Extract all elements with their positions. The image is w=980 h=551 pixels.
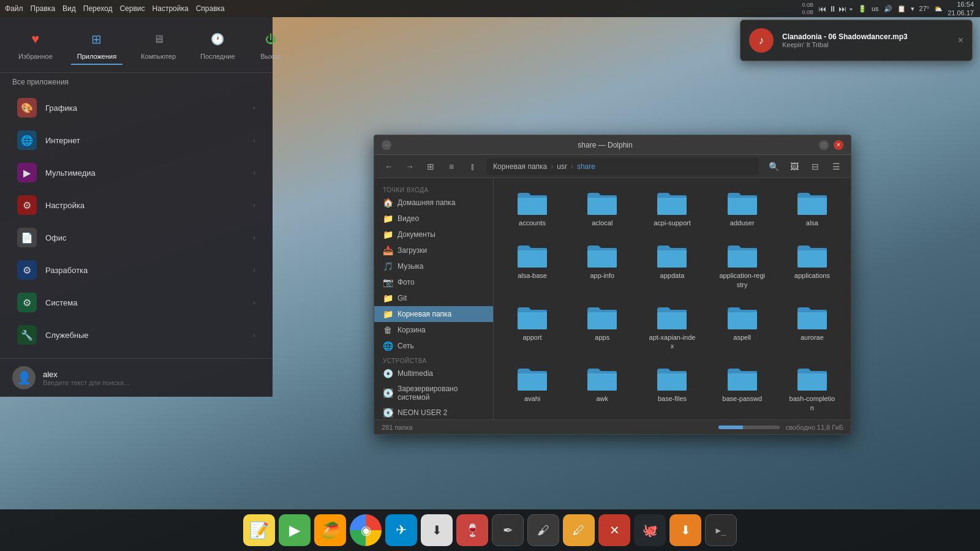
maximize-button[interactable]: □ (819, 140, 829, 150)
sidebar-downloads[interactable]: 📥 Загрузки (374, 242, 493, 258)
sidebar-home[interactable]: 🏠 Домашняя папка (374, 195, 493, 211)
nav-logout[interactable]: ⏻ Выход (254, 24, 288, 65)
sidebar-photos[interactable]: 📷 Фото (374, 274, 493, 290)
clipboard-icon[interactable]: 📋 (897, 5, 906, 13)
preview-button[interactable]: 🖼 (786, 158, 803, 175)
sidebar-video[interactable]: 📁 Видео (374, 211, 493, 227)
dock-telegram[interactable]: ✈ (385, 514, 417, 546)
list-view-button[interactable]: ≡ (443, 158, 460, 175)
sidebar-documents[interactable]: 📁 Документы (374, 227, 493, 242)
file-label: app-info (590, 271, 614, 280)
music-app-icon: ♪ (749, 28, 774, 53)
close-notification-button[interactable]: × (958, 35, 963, 46)
split-button[interactable]: ⊟ (807, 158, 824, 175)
sidebar-reserved[interactable]: 💽 Зарезервировано системой (374, 381, 493, 405)
app-item-graphics[interactable]: 🎨 Графика › (5, 92, 268, 124)
nav-apps[interactable]: ⊞ Приложения (71, 24, 123, 65)
back-button[interactable]: ← (380, 158, 398, 175)
sidebar-git[interactable]: 📁 Git (374, 290, 493, 306)
volume-icon[interactable]: 🔊 (884, 5, 892, 13)
sidebar-trash[interactable]: 🗑 Корзина (374, 322, 493, 338)
folder-icon (796, 365, 828, 392)
app-item-internet[interactable]: 🌐 Интернет › (5, 124, 268, 156)
dock-play[interactable]: ▶ (279, 514, 311, 546)
close-button[interactable]: × (834, 140, 843, 150)
menu-view[interactable]: Вид (62, 4, 76, 13)
temperature: 27° (919, 5, 930, 12)
forward-button[interactable]: → (401, 158, 418, 175)
file-item-applications[interactable]: applications (780, 237, 845, 294)
menu-help[interactable]: Справка (196, 4, 225, 13)
file-item-base-passwd[interactable]: base-passwd (710, 360, 775, 417)
menu-service[interactable]: Сервис (119, 4, 145, 13)
app-item-utilities[interactable]: 🔧 Служебные › (5, 319, 268, 351)
app-item-development[interactable]: ⚙ Разработка › (5, 254, 268, 286)
file-item-alsa-base[interactable]: alsa-base (500, 237, 565, 294)
dock-github[interactable]: 🐙 (634, 514, 666, 546)
app-item-system[interactable]: ⚙ Система › (5, 287, 268, 318)
dock-terminal[interactable]: ▶_ (705, 514, 737, 546)
folder-icon (586, 189, 618, 216)
dropdown-icon[interactable]: ▾ (911, 5, 914, 13)
dock-red-app[interactable]: ✕ (598, 514, 630, 546)
file-item-aclocal[interactable]: aclocal (570, 184, 635, 232)
file-label: application-registry (718, 271, 767, 289)
sidebar-network[interactable]: 🌐 Сеть (374, 338, 493, 354)
dock-inkscape[interactable]: ✒ (492, 514, 524, 546)
dock-krita[interactable]: 🖌 (527, 514, 559, 546)
dock-notes[interactable]: 📝 (243, 514, 275, 546)
file-item-aspell[interactable]: aspell (710, 299, 775, 356)
minimize-button[interactable]: – (382, 140, 391, 150)
app-item-office[interactable]: 📄 Офис › (5, 222, 268, 253)
dock-qbittorrent[interactable]: ⬇ (421, 514, 453, 546)
file-label: apport (522, 333, 541, 342)
file-item-application-registry[interactable]: application-registry (710, 237, 775, 294)
menu-edit[interactable]: Правка (31, 4, 56, 13)
folder-icon (726, 242, 758, 269)
file-label: aspell (733, 333, 751, 342)
app-item-multimedia[interactable]: ▶ Мультимедиа › (5, 157, 268, 189)
language-indicator[interactable]: us (872, 5, 879, 12)
file-item-base-files[interactable]: base-files (639, 360, 704, 417)
sidebar-neon[interactable]: 💽 NEON USER 2 (374, 405, 493, 419)
menu-button[interactable]: ☰ (827, 158, 845, 175)
chevron-right-icon: › (253, 104, 255, 111)
file-item-apt-xapian-index[interactable]: apt-xapian-index (639, 299, 704, 356)
sidebar-multimedia-dev[interactable]: 💿 Multimedia (374, 365, 493, 381)
search-button[interactable]: 🔍 (765, 158, 782, 175)
file-item-appdata[interactable]: appdata (639, 237, 704, 294)
storage-progress-fill (718, 425, 743, 429)
dock-download[interactable]: ⬇ (669, 514, 701, 546)
file-label: apps (595, 333, 609, 342)
dock-brush[interactable]: 🖊 (563, 514, 595, 546)
file-item-aurorae[interactable]: aurorae (780, 299, 845, 356)
column-view-button[interactable]: ⫿ (464, 158, 481, 175)
file-item-awk[interactable]: awk (570, 360, 635, 417)
nav-favorites[interactable]: ♥ Избранное (12, 24, 59, 65)
menu-file[interactable]: Файл (5, 4, 23, 13)
file-item-bash-completion[interactable]: bash-completion (780, 360, 845, 417)
nav-computer[interactable]: 🖥 Компьютер (135, 24, 182, 65)
file-item-alsa[interactable]: alsa (780, 184, 845, 232)
media-controls[interactable]: ⏮ ⏸ ⏭ ▾ (818, 4, 853, 13)
breadcrumb-level1[interactable]: usr (557, 162, 567, 171)
sidebar-root[interactable]: 📁 Корневая папка (374, 306, 493, 322)
dock-wine[interactable]: 🍷 (456, 514, 488, 546)
devices-section-label: Устройства (374, 354, 493, 365)
dock-chrome[interactable]: ◉ (350, 514, 382, 546)
nav-recent[interactable]: 🕐 Последние (194, 24, 241, 65)
menu-settings[interactable]: Настройка (153, 4, 189, 13)
app-item-settings[interactable]: ⚙ Настройка › (5, 189, 268, 221)
file-item-adduser[interactable]: adduser (710, 184, 775, 232)
menu-go[interactable]: Переход (83, 4, 113, 13)
file-item-acpi-support[interactable]: acpi-support (639, 184, 704, 232)
breadcrumb-root[interactable]: Корневая папка (493, 162, 547, 171)
file-item-app-info[interactable]: app-info (570, 237, 635, 294)
dock-mango[interactable]: 🥭 (314, 514, 346, 546)
file-item-apport[interactable]: apport (500, 299, 565, 356)
file-item-accounts[interactable]: accounts (500, 184, 565, 232)
file-item-avahi[interactable]: avahi (500, 360, 565, 417)
grid-view-button[interactable]: ⊞ (422, 158, 439, 175)
file-item-apps[interactable]: apps (570, 299, 635, 356)
sidebar-music[interactable]: 🎵 Музыка (374, 258, 493, 274)
